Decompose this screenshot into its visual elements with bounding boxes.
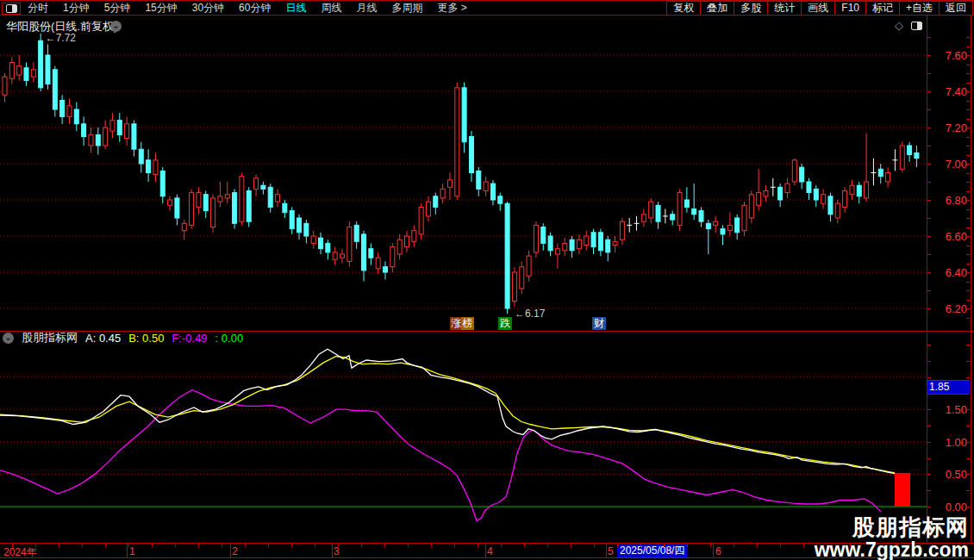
quick-button-榜[interactable]: 榜: [461, 317, 474, 330]
time-axis-label: 2: [232, 545, 238, 557]
axis-tick: [927, 146, 931, 146]
candle: [117, 113, 122, 142]
period-tab-11[interactable]: 更多 >: [437, 1, 466, 16]
price-axis-label: 6.60: [931, 230, 967, 243]
time-axis-tick: [128, 544, 129, 547]
period-tab-2[interactable]: 1分钟: [63, 1, 90, 16]
axis-tick: [966, 227, 970, 228]
period-tab-7[interactable]: 日线: [285, 1, 306, 16]
time-axis-separator: [332, 544, 333, 557]
candle: [347, 221, 352, 267]
axis-tick: [966, 37, 970, 38]
indicator-name[interactable]: 股朋指标网: [22, 330, 78, 345]
candle: [89, 128, 93, 152]
axis-tick: [966, 290, 970, 291]
period-tab-1[interactable]: 分时: [28, 1, 48, 16]
time-axis-tick: [245, 544, 246, 547]
candle: [218, 182, 222, 207]
candle: [778, 184, 783, 207]
time-axis-tick: [640, 544, 641, 547]
diamond-icon[interactable]: ◇: [895, 19, 903, 32]
candle: [606, 236, 610, 261]
time-axis-separator: [713, 544, 714, 557]
period-tab-8[interactable]: 周线: [321, 1, 341, 16]
axis-tick: [927, 164, 931, 165]
indicator-value-3: F:-0.49: [172, 332, 207, 345]
indicator-axis-label: 1.50: [931, 403, 967, 416]
time-axis-label: 3: [334, 545, 340, 557]
quick-button-财[interactable]: 财: [592, 317, 606, 330]
period-tab-9[interactable]: 月线: [356, 1, 377, 16]
axis-tick: [927, 200, 931, 201]
candle: [290, 207, 294, 234]
price-annotation: ←7.72: [46, 32, 77, 44]
chevron-down-icon[interactable]: ⌄: [3, 333, 14, 344]
toolbar-button-5[interactable]: 画线: [801, 1, 835, 16]
window-layout-button[interactable]: [2, 3, 21, 15]
candle: [333, 247, 337, 265]
indicator-line-B: [0, 357, 895, 473]
toolbar-button-4[interactable]: 统计: [767, 1, 802, 16]
split-window-icon[interactable]: [911, 22, 922, 30]
axis-tick: [966, 191, 970, 192]
candle: [153, 152, 158, 182]
time-axis-tick: [524, 544, 525, 547]
axis-tick: [927, 236, 931, 237]
candle: [283, 200, 287, 218]
price-axis-label: 6.40: [931, 266, 967, 279]
candle: [727, 213, 732, 236]
candle: [865, 133, 869, 202]
candle: [699, 207, 703, 227]
time-axis-label: 2024年: [3, 545, 37, 560]
candle: [563, 238, 567, 256]
period-tab-6[interactable]: 60分钟: [239, 1, 271, 16]
right-border-line: [971, 15, 971, 543]
time-axis-tick: [710, 544, 711, 547]
toolbar-button-6[interactable]: F10: [834, 1, 866, 16]
quick-button-跌[interactable]: 跌: [498, 317, 512, 330]
candle: [182, 220, 186, 240]
period-tab-3[interactable]: 5分钟: [104, 1, 131, 16]
indicator-axis-label: 1.00: [931, 436, 967, 449]
candle: [714, 216, 718, 233]
time-axis-tick: [780, 544, 781, 547]
axis-tick: [966, 426, 970, 426]
time-axis-tick: [35, 544, 36, 547]
toolbar-button-2[interactable]: 叠加: [700, 1, 734, 16]
candle: [684, 187, 689, 212]
time-axis-tick: [105, 544, 106, 547]
toolbar-button-8[interactable]: +自选: [899, 1, 940, 16]
time-axis-tick: [152, 544, 153, 547]
candle: [53, 66, 57, 117]
watermark-url: www.7gpzb.com: [815, 539, 969, 560]
time-axis-tick: [291, 544, 292, 547]
time-axis-tick: [501, 544, 502, 547]
indicator-chart[interactable]: [0, 331, 927, 543]
time-axis-tick: [268, 544, 269, 547]
candle: [843, 187, 847, 212]
candle: [203, 191, 208, 219]
candle: [671, 211, 675, 226]
axis-tick: [927, 290, 931, 291]
candle: [426, 196, 430, 221]
candle: [742, 202, 746, 236]
period-tab-10[interactable]: 多周期: [391, 1, 422, 16]
indicator-value-2: B: 0.50: [128, 332, 164, 345]
period-tab-5[interactable]: 30分钟: [192, 1, 224, 16]
time-axis-tick: [361, 544, 362, 547]
toolbar-button-1[interactable]: 复权: [666, 1, 701, 16]
time-axis-tick: [687, 544, 688, 547]
toolbar-button-7[interactable]: 标记: [865, 1, 900, 16]
time-axis-tick: [338, 544, 339, 547]
axis-tick: [927, 109, 931, 110]
candle: [771, 178, 776, 196]
toolbar-button-9[interactable]: 返回: [939, 1, 973, 16]
indicator-axis-label: 0.50: [931, 468, 967, 481]
period-tab-4[interactable]: 15分钟: [145, 1, 177, 16]
time-axis-tick: [757, 544, 758, 547]
axis-tick: [927, 474, 931, 475]
time-axis-tick: [803, 544, 804, 547]
candlestick-chart[interactable]: ←7.72←6.17: [0, 31, 927, 319]
axis-tick: [966, 83, 970, 84]
toolbar-button-3[interactable]: 多股: [734, 1, 768, 16]
